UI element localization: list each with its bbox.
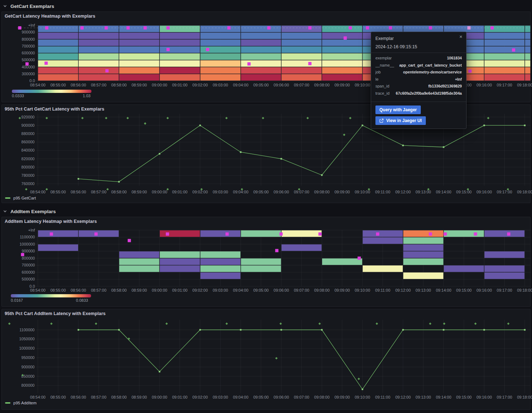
section-title: GetCart Exemplars [10, 4, 54, 9]
panel-title[interactable]: 95th Pct Cart AddItem Latency with Exemp… [5, 311, 105, 316]
field-key: span_id [375, 84, 389, 88]
tooltip-field-row: trace_id67c60fa2e2f0ba9e6e43d198f5de304a [375, 91, 462, 98]
tooltip-field-row: le+Inf [375, 77, 462, 84]
field-key: __name__ [375, 63, 394, 67]
tooltip-field-row: jobopentelemetry-demo/cartservice [375, 70, 462, 77]
field-key: job [375, 70, 381, 74]
close-icon[interactable]: ✕ [459, 35, 463, 39]
field-value: +Inf [381, 77, 462, 81]
color-scale-max: 0.0833 [76, 298, 88, 302]
panel-additem-line: 95th Pct Cart AddItem Latency with Exemp… [1, 309, 531, 410]
legend-line-icon [5, 197, 10, 199]
field-value: app_cart_get_cart_latency_bucket [396, 63, 462, 67]
tooltip-field-row: span_idfb1336d921369829 [375, 84, 462, 91]
query-with-jaeger-button[interactable]: Query with Jaeger [375, 106, 421, 114]
exemplar-tooltip: Exemplar ✕ 2024-12-16 09:15:15 exemplar1… [371, 32, 466, 129]
panel-title[interactable]: GetCart Latency Heatmap with Exemplars [5, 14, 95, 19]
field-key: le [375, 77, 379, 81]
legend-label: p95 GetCart [13, 196, 36, 200]
color-scale-min: 0.0333 [12, 94, 24, 98]
panel-title[interactable]: 95th Pct Cart GetCart Latency with Exemp… [5, 107, 104, 112]
heatmap-color-scale [12, 90, 91, 93]
view-in-jaeger-ui-button[interactable]: View in Jaeger UI [375, 116, 426, 125]
color-scale-max: 1.03 [83, 94, 90, 98]
legend-label: p95 AddItem [13, 401, 37, 405]
grafana-dashboard: GetCart Exemplars GetCart Latency Heatma… [0, 0, 532, 413]
series-legend-getcart[interactable]: p95 GetCart [5, 196, 36, 200]
section-header-getcart[interactable]: GetCart Exemplars [3, 2, 54, 10]
chevron-down-icon [3, 4, 7, 8]
tooltip-timestamp: 2024-12-16 09:15:15 [375, 44, 462, 49]
panel-title[interactable]: AddItem Latency Heatmap with Exemplars [5, 219, 97, 224]
section-title: AddItem Exemplars [10, 209, 56, 214]
heatmap-color-scale [11, 294, 91, 297]
panel-additem-heatmap: AddItem Latency Heatmap with Exemplars [1, 217, 531, 307]
button-label: Query with Jaeger [379, 107, 417, 112]
field-value: 67c60fa2e2f0ba9e6e43d198f5de304a [392, 91, 462, 95]
section-header-additem[interactable]: AddItem Exemplars [3, 207, 56, 215]
tooltip-actions: Query with Jaeger View in Jaeger UI [371, 102, 466, 129]
chevron-down-icon [3, 209, 7, 214]
field-value: fb1336d921369829 [392, 84, 462, 88]
series-legend-additem[interactable]: p95 AddItem [5, 401, 37, 405]
external-link-icon [379, 118, 384, 123]
field-value: 1061834 [394, 56, 462, 60]
tooltip-field-row: __name__app_cart_get_cart_latency_bucket [375, 63, 462, 70]
field-key: trace_id [375, 91, 389, 95]
tooltip-title: Exemplar [375, 36, 462, 41]
tooltip-fields: exemplar1061834__name__app_cart_get_cart… [371, 53, 466, 102]
field-key: exemplar [375, 56, 392, 60]
legend-line-icon [5, 402, 10, 404]
tooltip-header: Exemplar ✕ 2024-12-16 09:15:15 [371, 32, 466, 53]
field-value: opentelemetry-demo/cartservice [383, 70, 462, 74]
color-scale-min: 0.0167 [11, 298, 23, 302]
tooltip-field-row: exemplar1061834 [375, 56, 462, 63]
button-label: View in Jaeger UI [386, 118, 422, 123]
